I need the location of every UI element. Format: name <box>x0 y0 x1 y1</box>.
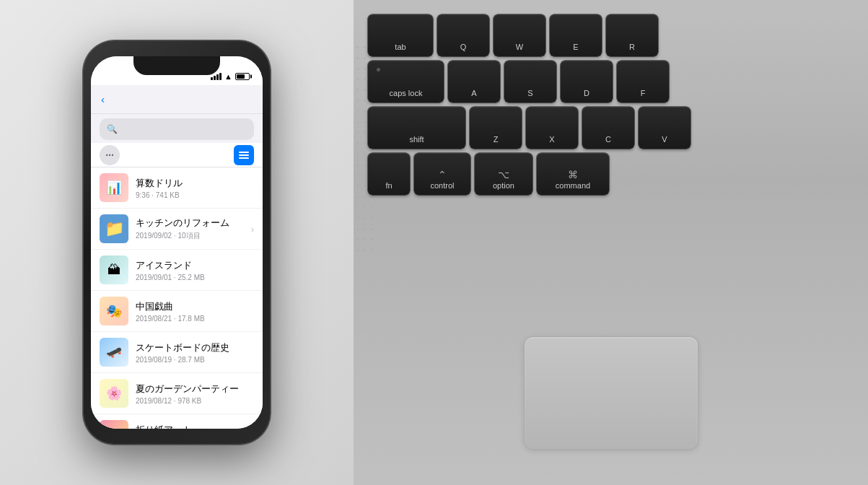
key-shift[interactable]: shift <box>368 107 465 149</box>
file-name: キッチンのリフォーム <box>136 217 248 230</box>
dot <box>356 185 359 187</box>
key-label: Z <box>494 135 499 144</box>
list-view-button[interactable] <box>234 145 254 165</box>
key-s[interactable]: S <box>504 61 556 102</box>
file-meta: 2019/09/01 · 25.2 MB <box>136 274 254 281</box>
dot <box>371 228 373 230</box>
key-label: caps lock <box>390 89 423 98</box>
file-thumbnail: 📊 <box>100 173 128 202</box>
back-button[interactable]: ‹ <box>101 93 106 105</box>
file-name: アイスランド <box>136 259 254 272</box>
wifi-icon: ▲ <box>224 72 232 81</box>
nav-bar: ‹ <box>91 85 263 114</box>
file-meta: 2019/08/21 · 17.8 MB <box>136 315 254 323</box>
file-info: 折り紙アート2019/07/17 · 753.2 KB <box>136 424 254 429</box>
key-symbol: ⌃ <box>438 169 447 180</box>
dot <box>364 46 366 48</box>
file-info: スケートボードの歴史2019/08/19 · 28.7 MB <box>136 341 254 364</box>
list-item[interactable]: 🦢折り紙アート2019/07/17 · 753.2 KB <box>91 414 263 429</box>
dot <box>364 217 366 219</box>
dot <box>364 57 366 59</box>
iphone-notch <box>133 56 220 75</box>
key-q[interactable]: Q <box>437 14 489 56</box>
dot <box>356 57 359 59</box>
dot <box>371 196 373 198</box>
key-label: W <box>516 43 523 52</box>
key-label: R <box>629 43 635 52</box>
file-name: 夏のガーデンパーティー <box>136 383 254 396</box>
file-thumbnail: 🌸 <box>100 379 128 408</box>
dot <box>371 238 373 240</box>
key-e[interactable]: E <box>550 14 602 56</box>
capslock-indicator <box>377 68 380 71</box>
dot <box>371 249 373 251</box>
dot <box>356 153 359 155</box>
key-r[interactable]: R <box>606 14 658 56</box>
right-panel: tabQWERcaps lockASDFshiftZXCVfn⌃control⌥… <box>354 0 868 485</box>
key-command[interactable]: ⌘command <box>537 153 609 195</box>
file-meta: 2019/09/02 · 10項目 <box>136 231 248 241</box>
dot <box>364 206 366 209</box>
dot <box>364 228 366 230</box>
file-name: 折り紙アート <box>136 424 254 429</box>
key-option[interactable]: ⌥option <box>475 153 532 195</box>
dot <box>364 110 366 113</box>
key-label: tab <box>395 43 405 52</box>
dot <box>356 164 359 166</box>
list-item[interactable]: 🌸夏のガーデンパーティー2019/08/12 · 978 KB <box>91 373 263 414</box>
file-meta: 2019/08/19 · 28.7 MB <box>136 356 254 364</box>
dot <box>364 249 366 251</box>
key-label: X <box>549 135 554 144</box>
list-item[interactable]: 🎭中国戯曲2019/08/21 · 17.8 MB <box>91 291 263 332</box>
more-button[interactable]: ··· <box>100 145 120 165</box>
trackpad[interactable] <box>525 337 698 449</box>
dot <box>364 142 366 144</box>
search-container: 🔍 <box>91 114 263 144</box>
list-item[interactable]: 🛹スケートボードの歴史2019/08/19 · 28.7 MB <box>91 332 263 373</box>
key-tab[interactable]: tab <box>368 14 433 56</box>
list-item[interactable]: 📁キッチンのリフォーム2019/09/02 · 10項目› <box>91 209 263 250</box>
key-d[interactable]: D <box>561 61 613 102</box>
dot <box>356 238 359 240</box>
dot <box>356 89 359 91</box>
dot <box>356 217 359 219</box>
dot <box>356 131 359 134</box>
key-x[interactable]: X <box>526 107 578 149</box>
key-a[interactable]: A <box>448 61 500 102</box>
dot <box>364 196 366 198</box>
key-caps-lock[interactable]: caps lock <box>368 61 444 102</box>
dot <box>364 238 366 240</box>
keyboard: tabQWERcaps lockASDFshiftZXCVfn⌃control⌥… <box>368 14 846 195</box>
key-w[interactable]: W <box>494 14 545 56</box>
dot <box>371 206 373 209</box>
dot <box>356 46 359 48</box>
list-item[interactable]: 📊算数ドリル9:36 · 741 KB <box>91 167 263 209</box>
file-thumbnail: 🦢 <box>100 420 128 429</box>
chevron-right-icon: › <box>251 224 254 235</box>
file-meta: 2019/08/12 · 978 KB <box>136 397 254 405</box>
dot <box>356 100 359 102</box>
key-f[interactable]: F <box>617 61 669 102</box>
search-bar[interactable]: 🔍 <box>100 118 254 140</box>
file-thumbnail: 🎭 <box>100 297 128 325</box>
iphone-device: ▲ ‹ 🔍 <box>83 40 271 445</box>
dot <box>356 78 359 80</box>
file-name: 算数ドリル <box>136 177 254 190</box>
key-c[interactable]: C <box>582 107 634 149</box>
battery-icon <box>235 73 250 80</box>
key-control[interactable]: ⌃control <box>414 153 470 195</box>
file-meta: 9:36 · 741 KB <box>136 191 254 199</box>
key-label: D <box>584 89 589 98</box>
key-fn[interactable]: fn <box>368 153 410 195</box>
file-list: 📊算数ドリル9:36 · 741 KB📁キッチンのリフォーム2019/09/02… <box>91 167 263 429</box>
key-v[interactable]: V <box>639 107 691 149</box>
list-item[interactable]: 🏔アイスランド2019/09/01 · 25.2 MB <box>91 250 263 291</box>
key-label: control <box>430 181 454 191</box>
key-z[interactable]: Z <box>470 107 522 149</box>
key-label: Q <box>460 43 467 52</box>
dot <box>364 121 366 123</box>
file-info: 中国戯曲2019/08/21 · 17.8 MB <box>136 300 254 323</box>
dot <box>356 206 359 209</box>
file-thumbnail: 🛹 <box>100 338 128 367</box>
dot <box>356 249 359 251</box>
